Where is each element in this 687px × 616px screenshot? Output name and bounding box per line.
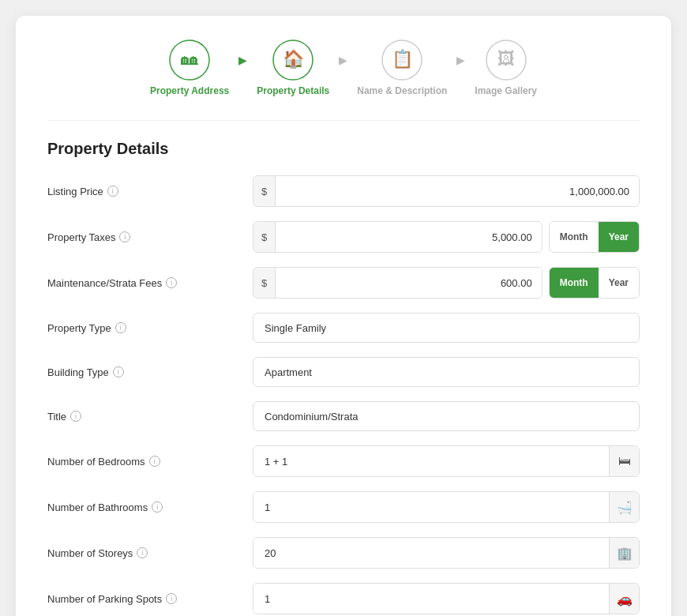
parking-input[interactable]: [253, 584, 609, 614]
property-details-icon: 🏠: [272, 39, 313, 81]
arrow-1: ▶: [238, 54, 247, 66]
step-property-details[interactable]: 🏠 Property Details: [257, 39, 329, 96]
svg-text:📋: 📋: [392, 48, 414, 69]
section-title: Property Details: [47, 140, 640, 158]
bathrooms-row: Number of Bathrooms i 🛁: [47, 491, 640, 523]
property-taxes-label: Property Taxes i: [47, 231, 253, 243]
storeys-input[interactable]: [253, 538, 609, 568]
property-taxes-field: $ Month Year: [253, 221, 640, 253]
svg-text:🖼: 🖼: [497, 49, 515, 69]
car-icon: 🚗: [609, 584, 639, 614]
maintenance-month-btn[interactable]: Month: [550, 268, 599, 298]
property-taxes-row: Property Taxes i $ Month Year: [47, 221, 640, 253]
property-type-row: Property Type i: [47, 313, 640, 343]
maintenance-input[interactable]: [276, 268, 541, 298]
property-taxes-year-btn[interactable]: Year: [599, 222, 639, 252]
step-property-address-label: Property Address: [150, 85, 229, 96]
parking-label: Number of Parking Spots i: [47, 593, 253, 605]
title-row: Title i: [47, 401, 640, 431]
property-taxes-input-group: $: [253, 221, 542, 253]
main-card: 🏘 Property Address ▶ 🏠 Property Details …: [16, 16, 671, 616]
listing-price-input-group: $: [253, 175, 640, 207]
building-type-input[interactable]: [253, 357, 640, 387]
parking-info-icon[interactable]: i: [166, 593, 177, 604]
storeys-label: Number of Storeys i: [47, 547, 253, 559]
storeys-input-group: 🏢: [253, 537, 640, 569]
bathrooms-label: Number of Bathrooms i: [47, 501, 253, 513]
property-type-field: [253, 313, 640, 343]
listing-price-info-icon[interactable]: i: [107, 186, 118, 197]
property-type-info-icon[interactable]: i: [115, 322, 126, 333]
building-type-field: [253, 357, 640, 387]
step-property-address[interactable]: 🏘 Property Address: [150, 39, 229, 96]
image-gallery-icon: 🖼: [486, 39, 527, 81]
building-type-row: Building Type i: [47, 357, 640, 387]
step-name-description[interactable]: 📋 Name & Description: [357, 39, 447, 96]
listing-price-prefix: $: [253, 176, 276, 206]
bath-icon: 🛁: [609, 492, 639, 522]
svg-text:🏠: 🏠: [283, 48, 305, 69]
step-image-gallery-label: Image Gallery: [475, 85, 537, 96]
listing-price-row: Listing Price i $: [47, 175, 640, 207]
building-icon: 🏢: [609, 538, 639, 568]
arrow-3: ▶: [456, 54, 465, 66]
building-type-label: Building Type i: [47, 366, 253, 378]
maintenance-prefix: $: [253, 268, 276, 298]
bedrooms-input-group: 🛏: [253, 445, 640, 477]
bedrooms-field: 🛏: [253, 445, 640, 477]
listing-price-input[interactable]: [276, 176, 639, 206]
step-property-details-label: Property Details: [257, 85, 329, 96]
maintenance-year-btn[interactable]: Year: [599, 268, 639, 298]
property-taxes-input[interactable]: [276, 222, 541, 252]
maintenance-field: $ Month Year: [253, 267, 640, 299]
storeys-info-icon[interactable]: i: [137, 547, 148, 558]
building-type-info-icon[interactable]: i: [113, 366, 124, 377]
bedrooms-label: Number of Bedrooms i: [47, 456, 253, 468]
storeys-field: 🏢: [253, 537, 640, 569]
title-input[interactable]: [253, 401, 640, 431]
bathrooms-input[interactable]: [253, 492, 609, 522]
bed-icon: 🛏: [609, 446, 639, 476]
maintenance-info-icon[interactable]: i: [166, 277, 177, 288]
parking-field: 🚗: [253, 583, 640, 614]
property-taxes-month-btn[interactable]: Month: [550, 222, 599, 252]
bathrooms-input-group: 🛁: [253, 491, 640, 523]
stepper: 🏘 Property Address ▶ 🏠 Property Details …: [47, 39, 640, 96]
property-taxes-prefix: $: [253, 222, 276, 252]
maintenance-row: Maintenance/Strata Fees i $ Month Year: [47, 267, 640, 299]
property-taxes-info-icon[interactable]: i: [119, 231, 130, 242]
divider: [47, 120, 640, 121]
property-address-icon: 🏘: [169, 39, 210, 81]
title-label: Title i: [47, 411, 253, 423]
bedrooms-info-icon[interactable]: i: [149, 456, 160, 467]
bathrooms-field: 🛁: [253, 491, 640, 523]
property-type-input[interactable]: [253, 313, 640, 343]
parking-row: Number of Parking Spots i 🚗: [47, 583, 640, 614]
name-description-icon: 📋: [381, 39, 422, 81]
parking-input-group: 🚗: [253, 583, 640, 614]
maintenance-input-group: $: [253, 267, 542, 299]
title-info-icon[interactable]: i: [70, 411, 81, 422]
title-field: [253, 401, 640, 431]
arrow-2: ▶: [339, 54, 347, 66]
step-image-gallery[interactable]: 🖼 Image Gallery: [475, 39, 537, 96]
property-taxes-toggle: Month Year: [549, 221, 640, 253]
listing-price-label: Listing Price i: [47, 186, 253, 197]
maintenance-toggle: Month Year: [549, 267, 640, 299]
bedrooms-input[interactable]: [253, 446, 609, 476]
bathrooms-info-icon[interactable]: i: [152, 501, 163, 513]
property-type-label: Property Type i: [47, 322, 253, 334]
bedrooms-row: Number of Bedrooms i 🛏: [47, 445, 640, 477]
step-name-description-label: Name & Description: [357, 85, 447, 96]
svg-text:🏘: 🏘: [181, 49, 199, 69]
storeys-row: Number of Storeys i 🏢: [47, 537, 640, 569]
maintenance-label: Maintenance/Strata Fees i: [47, 277, 253, 289]
listing-price-field: $: [253, 175, 640, 207]
